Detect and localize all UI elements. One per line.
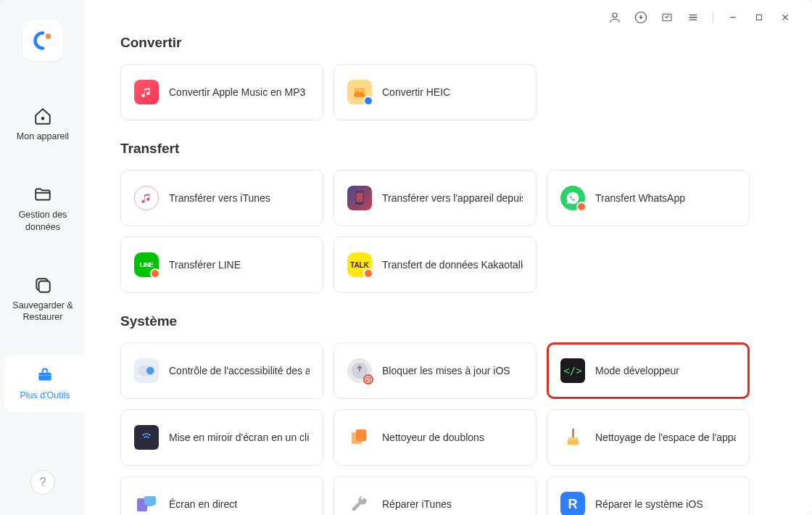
titlebar-divider [713,12,713,23]
card-label: Transfert WhatsApp [595,192,685,204]
menu-icon[interactable] [687,11,700,24]
minimize-icon[interactable] [726,11,740,24]
card-label: Transférer vers iTunes [169,192,270,204]
backup-icon [33,275,53,295]
card-developer-mode[interactable]: </> Mode développeur [547,342,750,399]
developer-icon: </> [560,358,585,383]
maximize-icon[interactable] [753,11,766,24]
svg-rect-9 [38,375,51,376]
card-label: Réparer iTunes [382,498,452,510]
close-icon[interactable] [779,11,792,24]
mirror-icon [134,425,159,450]
svg-rect-3 [757,15,762,20]
card-grid: Contrôle de l'accessibilité des app Bloq… [120,342,783,515]
card-screen-mirror[interactable]: Mise en miroir d'écran en un clic v [120,409,323,466]
svg-point-4 [46,33,51,39]
kakao-icon: TALK [347,252,372,277]
card-transfer-kakao[interactable]: TALK Transfert de données Kakaotalk [334,236,536,293]
help-button[interactable]: ? [30,470,55,495]
duplicate-icon [347,425,372,450]
titlebar [588,0,812,35]
live-screen-icon [134,492,159,515]
home-icon [33,106,53,126]
app-window: Mon appareil Gestion des données Sauvega… [0,0,812,515]
card-transfer-itunes[interactable]: Transférer vers iTunes [120,170,323,226]
card-convert-heic[interactable]: Convertir HEIC [334,64,536,120]
card-repair-itunes[interactable]: Réparer iTunes [334,476,536,515]
svg-rect-7 [39,281,50,292]
accessibility-icon [134,358,159,383]
heic-icon [347,80,372,104]
line-icon: LINE [134,252,159,277]
section-transfer: Transfert Transférer vers iTunes Transfé… [120,141,783,293]
card-convert-apple-music[interactable]: Convertir Apple Music en MP3 [120,64,323,120]
sidebar-item-label: Plus d'Outils [20,390,70,401]
download-icon[interactable] [634,11,647,24]
sidebar-item-backup[interactable]: Sauvegarder & Restaurer [0,265,86,334]
svg-rect-24 [147,505,153,506]
svg-point-0 [613,13,617,17]
svg-rect-20 [356,429,366,441]
sidebar-item-label: Sauvegarder & Restaurer [4,300,81,324]
card-label: Nettoyage de l'espace de l'appare [595,432,736,443]
svg-rect-23 [144,496,156,505]
account-icon[interactable] [608,11,621,24]
toolbox-icon [35,365,55,385]
main-content: Convertir Convertir Apple Music en MP3 C… [86,0,812,515]
card-transfer-from-itunes[interactable]: Transférer vers l'appareil depuis iT [334,170,536,226]
card-transfer-line[interactable]: LINE Transférer LINE [120,236,323,293]
sidebar-item-label: Mon appareil [17,131,69,142]
svg-rect-18 [144,442,149,444]
wrench-icon [347,492,372,515]
card-label: Réparer le système iOS [595,498,703,510]
phone-icon [347,186,372,210]
card-label: Transférer vers l'appareil depuis iT [382,192,523,204]
sidebar: Mon appareil Gestion des données Sauvega… [0,0,86,515]
itunes-icon [134,186,159,210]
section-title: Convertir [120,35,783,51]
feedback-icon[interactable] [660,11,674,24]
svg-rect-21 [572,429,574,437]
card-label: Convertir Apple Music en MP3 [169,86,305,98]
sidebar-item-label: Gestion des données [4,209,81,233]
section-convert: Convertir Convertir Apple Music en MP3 C… [120,35,783,120]
repair-ios-icon: R [560,492,585,515]
card-repair-ios[interactable]: R Réparer le système iOS [547,476,750,515]
sidebar-item-device[interactable]: Mon appareil [0,96,86,152]
sidebar-item-tools[interactable]: Plus d'Outils [4,355,86,411]
svg-rect-8 [38,373,51,381]
card-transfer-whatsapp[interactable]: Transfert WhatsApp [547,170,750,226]
card-accessibility[interactable]: Contrôle de l'accessibilité des app [120,342,323,399]
section-title: Système [120,313,783,329]
card-label: Contrôle de l'accessibilité des app [169,365,310,376]
card-label: Mode développeur [595,365,679,376]
svg-point-5 [42,118,44,120]
card-grid: Convertir Apple Music en MP3 Convertir H… [120,64,783,120]
card-label: Bloquer les mises à jour iOS [382,365,510,376]
apple-music-icon [134,80,159,104]
card-block-updates[interactable]: Bloquer les mises à jour iOS [334,342,536,399]
section-title: Transfert [120,141,783,157]
card-live-screen[interactable]: Écran en direct [120,476,323,515]
svg-rect-12 [356,193,362,202]
block-icon [347,358,372,383]
card-label: Convertir HEIC [382,86,450,98]
whatsapp-icon [560,186,585,210]
folder-icon [33,184,53,205]
svg-point-14 [146,367,154,374]
card-label: Transfert de données Kakaotalk [382,259,523,271]
app-logo [22,20,63,61]
sidebar-item-data[interactable]: Gestion des données [0,174,86,243]
card-storage-cleaner[interactable]: Nettoyage de l'espace de l'appare [547,409,750,466]
card-duplicate-cleaner[interactable]: Nettoyeur de doublons [334,409,536,466]
card-label: Écran en direct [169,498,237,510]
card-label: Transférer LINE [169,259,241,271]
broom-icon [560,425,585,450]
card-label: Nettoyeur de doublons [382,432,484,443]
card-label: Mise en miroir d'écran en un clic v [169,432,310,443]
card-grid: Transférer vers iTunes Transférer vers l… [120,170,783,293]
section-system: Système Contrôle de l'accessibilité des … [120,313,783,515]
